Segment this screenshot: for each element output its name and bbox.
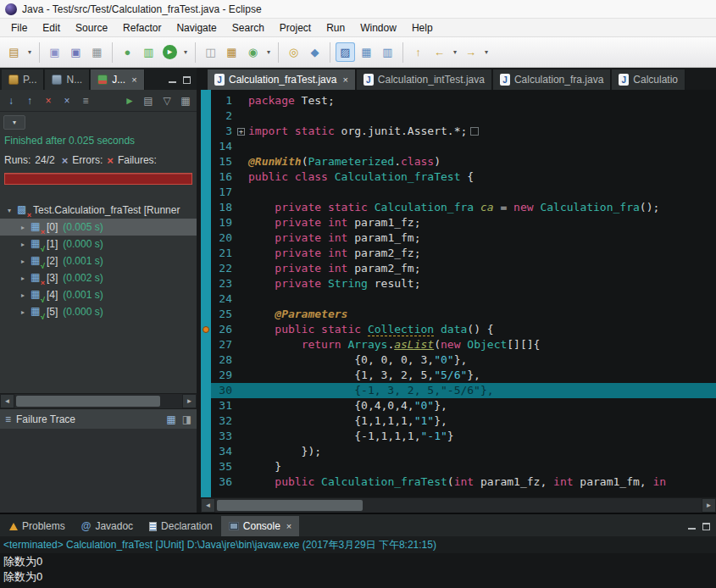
compare-result-button[interactable]: ▦ [166, 413, 175, 425]
scroll-thumb[interactable] [16, 396, 160, 407]
mark-occurrences-button[interactable]: ▨ [336, 42, 355, 62]
code-line-24[interactable]: 24 [211, 291, 716, 307]
bottom-tab-problems[interactable]: Problems [2, 516, 73, 536]
code-line-15[interactable]: 15@RunWith(Parameterized.class) [211, 154, 716, 169]
back-button[interactable]: ← [430, 42, 449, 62]
scroll-thumb[interactable] [217, 500, 363, 511]
new-package-button[interactable]: ▦ [222, 42, 241, 62]
scroll-right-arrow[interactable]: ► [702, 498, 716, 513]
collapsed-code-indicator[interactable] [470, 127, 479, 136]
menu-window[interactable]: Window [352, 20, 404, 36]
line-number[interactable]: 32 [211, 413, 237, 429]
line-number[interactable]: 26 [211, 322, 237, 337]
left-horizontal-scrollbar[interactable]: ◄ ► [0, 393, 197, 408]
menu-navigate[interactable]: Navigate [169, 20, 224, 36]
editor-horizontal-scrollbar[interactable]: ◄ ► [201, 497, 716, 513]
filter-button[interactable]: ▽ [158, 92, 175, 109]
code-line-23[interactable]: 23 private String result; [211, 276, 716, 291]
close-tab-icon[interactable]: × [131, 75, 136, 85]
code-line-3[interactable]: 3+import static org.junit.Assert.*; [211, 124, 716, 139]
menu-source[interactable]: Source [68, 20, 115, 36]
close-tab-icon[interactable]: × [286, 521, 291, 531]
code-line-25[interactable]: 25 @Parameters [211, 307, 716, 322]
test-run-history-button[interactable]: ▤ [140, 92, 157, 109]
line-number[interactable]: 24 [211, 291, 237, 307]
menu-edit[interactable]: Edit [35, 20, 68, 36]
code-line-1[interactable]: 1package Test; [211, 93, 716, 108]
new-java-project-button[interactable]: ◫ [201, 42, 220, 62]
code-line-17[interactable]: 17 [211, 185, 716, 200]
expander-icon[interactable]: ▸ [19, 258, 27, 265]
line-number[interactable]: 34 [211, 444, 237, 459]
line-number[interactable]: 2 [211, 108, 237, 124]
code-line-29[interactable]: 29 {1, 3, 2, 5,"5/6"}, [211, 368, 716, 383]
editor-tab-calculatio[interactable]: JCalculatio [612, 69, 685, 90]
line-number[interactable]: 25 [211, 307, 237, 322]
code-line-20[interactable]: 20 private int param1_fm; [211, 230, 716, 246]
code-line-30[interactable]: 30 {-1, 3, 2, 5,"-5/6"}, [211, 383, 716, 398]
view-tab-navigator[interactable]: N... [45, 69, 90, 90]
last-edit-location-button[interactable]: ↑ [408, 42, 428, 62]
editor-tab-calculation-inttest-java[interactable]: JCalculation_intTest.java [357, 69, 492, 90]
failure-trace-body[interactable] [0, 429, 197, 513]
view-tab-package-explorer[interactable]: P... [2, 69, 44, 90]
code-line-32[interactable]: 32 {1,1,1,1,"1"}, [211, 413, 716, 429]
code-line-22[interactable]: 22 private int param2_fm; [211, 261, 716, 276]
menu-help[interactable]: Help [404, 20, 441, 36]
expander-icon[interactable]: ▸ [19, 275, 27, 282]
code-editor[interactable]: 1package Test;23+import static org.junit… [211, 90, 716, 497]
line-number[interactable]: 15 [211, 154, 237, 169]
fold-toggle-icon[interactable]: + [237, 124, 248, 139]
save-all-button[interactable]: ▣ [66, 42, 86, 62]
rerun-failed-tests-button[interactable]: × [40, 92, 57, 109]
bottom-tab-declaration[interactable]: Declaration [142, 516, 220, 536]
line-number[interactable]: 23 [211, 276, 237, 291]
test-case-row[interactable]: ▸▦√[4](0.001 s) [0, 286, 197, 303]
open-type-button[interactable]: ◎ [284, 42, 303, 62]
code-line-35[interactable]: 35 } [211, 459, 716, 474]
line-number[interactable]: 16 [211, 169, 237, 185]
console-output[interactable]: 除数为0除数为0 [0, 553, 716, 588]
line-number[interactable]: 33 [211, 429, 237, 444]
scroll-track[interactable] [215, 498, 702, 513]
show-stack-trace-in-console-button[interactable]: ◨ [182, 413, 191, 425]
line-number[interactable]: 18 [211, 200, 237, 215]
expander-icon[interactable]: ▸ [19, 291, 27, 299]
code-line-36[interactable]: 36 public Calculation_fraTest(int param1… [211, 474, 716, 490]
scroll-lock-button[interactable]: ≡ [77, 92, 94, 109]
line-number[interactable]: 30 [211, 383, 237, 398]
toggle-whitespace-button[interactable]: ▥ [378, 42, 397, 62]
code-line-18[interactable]: 18 private static Calculation_fra ca = n… [211, 200, 716, 215]
previous-failed-test-button[interactable]: ↑ [21, 92, 38, 109]
scroll-right-arrow[interactable]: ► [182, 394, 197, 408]
line-number[interactable]: 29 [211, 368, 237, 383]
new-class-dropdown-icon[interactable]: ▾ [264, 43, 273, 62]
editor-tab-calculation-fra-java[interactable]: JCalculation_fra.java [493, 69, 611, 90]
debug-button[interactable]: ● [118, 42, 137, 62]
save-button[interactable]: ▣ [45, 42, 64, 62]
code-line-2[interactable]: 2 [211, 108, 716, 124]
test-case-row[interactable]: ▸▦×[0](0.005 s) [0, 219, 197, 236]
line-number[interactable]: 31 [211, 398, 237, 413]
test-suite-row[interactable]: ▾▩×Test.Calculation_fraTest [Runner [0, 202, 197, 219]
line-number[interactable]: 21 [211, 246, 237, 261]
new-wizard-button[interactable]: ▤ [4, 42, 24, 62]
run-button[interactable]: ► [160, 42, 180, 62]
forward-button[interactable]: → [461, 42, 480, 62]
code-line-14[interactable]: 14 [211, 139, 716, 154]
code-line-26[interactable]: 26 public static Collection data() { [211, 322, 716, 337]
line-number[interactable]: 35 [211, 459, 237, 474]
scroll-left-arrow[interactable]: ◄ [201, 498, 215, 513]
line-number[interactable]: 3 [211, 124, 237, 139]
coverage-button[interactable]: ▥ [139, 42, 158, 62]
new-class-button[interactable]: ◉ [243, 42, 263, 62]
menu-search[interactable]: Search [225, 20, 272, 36]
maximize-view-icon[interactable] [702, 523, 710, 530]
test-case-row[interactable]: ▸▦√[1](0.000 s) [0, 236, 197, 252]
expander-icon[interactable]: ▸ [19, 241, 27, 248]
code-line-33[interactable]: 33 {-1,1,1,1,"-1"} [211, 429, 716, 444]
line-number[interactable]: 14 [211, 139, 237, 154]
line-number[interactable]: 19 [211, 215, 237, 230]
scroll-left-arrow[interactable]: ◄ [0, 394, 14, 408]
expander-icon[interactable]: ▸ [19, 224, 27, 231]
